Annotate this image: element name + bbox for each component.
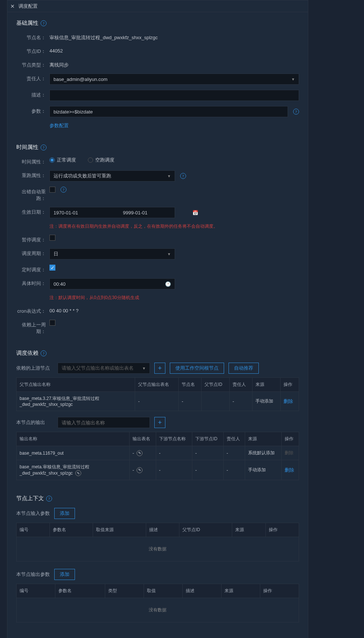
radio-dry-label: 空跑调度 (95, 157, 114, 163)
help-icon[interactable]: ? (46, 496, 52, 502)
help-icon[interactable]: ? (61, 187, 66, 193)
upstream-select[interactable]: 请输入父节点输出名称或输出表名▼ (58, 363, 150, 374)
th-action: 操作 (281, 432, 299, 446)
label-cron: cron表达式： (16, 306, 49, 315)
rerun-select[interactable]: 运行成功或失败后皆可重跑▼ (49, 170, 175, 181)
th-down-name: 下游节点名称 (156, 432, 192, 446)
help-icon[interactable]: ? (41, 145, 47, 150)
cell: - (223, 460, 245, 480)
cron-value: 00 40 00 * * ? (49, 306, 299, 313)
output-name-input[interactable] (58, 417, 150, 428)
label-node-type: 节点类型： (16, 60, 49, 68)
th: 编号 (17, 523, 50, 537)
chevron-down-icon: ▼ (167, 252, 171, 256)
upstream-placeholder: 请输入父节点输出名称或输出表名 (62, 365, 134, 371)
label-cycle: 调度周期： (16, 248, 49, 257)
help-icon[interactable]: ? (180, 173, 186, 179)
delete-link[interactable]: 删除 (284, 398, 293, 404)
prev-checkbox[interactable] (49, 320, 55, 326)
th-owner: 责任人 (223, 432, 245, 446)
cell: 系统默认添加 (245, 446, 281, 460)
date-start-input[interactable] (50, 210, 119, 216)
delete-link[interactable]: 删除 (285, 467, 294, 473)
th-output-name: 输出名称 (17, 432, 130, 446)
cell: - (192, 446, 223, 460)
nodata: 没有数据 (17, 598, 299, 622)
edit-icon[interactable]: ✎ (137, 467, 142, 473)
add-out-param-button[interactable]: 添加 (54, 569, 75, 580)
upstream-table: 父节点输出名称 父节点输出表名 节点名 父节点ID 责任人 来源 操作 base… (16, 377, 299, 411)
close-icon[interactable]: ✕ (10, 3, 15, 9)
ctx-out-label: 本节点输出参数 (16, 571, 50, 578)
label-node-id: 节点ID： (16, 46, 49, 55)
label-timer: 定时调度： (16, 265, 49, 273)
help-icon[interactable]: ? (293, 109, 299, 115)
nodata: 没有数据 (17, 537, 299, 561)
help-icon[interactable]: ? (41, 350, 47, 356)
date-end-input[interactable] (119, 210, 189, 216)
label-prev: 依赖上一周期： (16, 320, 49, 335)
add-output-button[interactable]: + (154, 417, 165, 428)
label-pause: 暂停调度： (16, 235, 49, 243)
label-effective: 生效日期： (16, 207, 49, 216)
cell: 手动添加 (245, 460, 281, 480)
label-rerun: 重跑属性： (16, 170, 49, 179)
label-time-attr: 时间属性： (16, 157, 49, 165)
auto-recommend-button[interactable]: 自动推荐 (229, 363, 259, 374)
deps-section-title: 调度依赖 (16, 350, 38, 357)
clock-icon: 🕐 (161, 281, 175, 287)
label-desc: 描述： (16, 90, 49, 98)
cell (202, 392, 230, 411)
add-in-param-button[interactable]: 添加 (54, 508, 75, 519)
th: 父节点ID (179, 523, 232, 537)
th-action: 操作 (280, 378, 299, 392)
radio-normal[interactable]: 正常调度 (49, 157, 76, 163)
th-parent-output: 父节点输出名称 (17, 378, 135, 392)
param-input[interactable] (49, 106, 288, 117)
label-param: 参数： (16, 106, 49, 115)
autoretry-checkbox[interactable] (49, 187, 55, 193)
th-owner: 责任人 (229, 378, 252, 392)
param-config-link[interactable]: 参数配置 (49, 122, 69, 129)
out-param-table: 编号 参数名 类型 取值 描述 来源 操作 没有数据 (16, 584, 299, 622)
use-root-button[interactable]: 使用工作空间根节点 (170, 363, 224, 374)
radio-dry[interactable]: 空跑调度 (88, 157, 114, 163)
pause-checkbox[interactable] (49, 235, 55, 241)
cell: - (179, 392, 202, 411)
owner-select[interactable]: base_admin@aliyun.com▼ (49, 74, 299, 85)
help-icon[interactable]: ? (41, 20, 47, 26)
th: 操作 (260, 584, 299, 598)
label-node-name: 节点名： (16, 33, 49, 41)
th: 操作 (265, 523, 299, 537)
th: 描述 (146, 523, 179, 537)
add-upstream-button[interactable]: + (154, 363, 165, 374)
specific-time-value[interactable] (50, 281, 119, 287)
timer-checkbox[interactable]: ✓ (49, 265, 55, 271)
ctx-section-title: 节点上下文 (16, 495, 44, 502)
desc-input[interactable] (49, 90, 299, 101)
radio-normal-label: 正常调度 (57, 157, 76, 163)
cycle-select[interactable]: 日▼ (49, 248, 175, 259)
th-source: 来源 (245, 432, 281, 446)
node-type-value: 离线同步 (49, 60, 299, 68)
cell: base_meta.11679_out (17, 446, 130, 460)
cell: - (192, 460, 223, 480)
cell: - (156, 446, 192, 460)
th-parent-table: 父节点输出表名 (135, 378, 179, 392)
edit-icon[interactable]: ✎ (75, 470, 81, 476)
th-node-name: 节点名 (179, 378, 202, 392)
cycle-value: 日 (54, 251, 58, 257)
th: 来源 (232, 523, 265, 537)
date-range-input[interactable]: 📅 (49, 207, 175, 218)
panel-header: ✕ 调度配置 (7, 0, 308, 12)
panel-title: 调度配置 (18, 3, 38, 10)
label-specific: 具体时间： (16, 278, 49, 287)
output-table: 输出名称 输出表名 下游节点名称 下游节点ID 责任人 来源 操作 base_m… (16, 432, 299, 480)
table-row: base_meta.3.27.审核信息_审批流转过程_dwd_pwxkfz_sh… (17, 392, 299, 411)
in-param-table: 编号 参数名 取值来源 描述 父节点ID 来源 操作 没有数据 (16, 523, 299, 561)
th: 编号 (17, 584, 55, 598)
edit-icon[interactable]: ✎ (137, 450, 142, 456)
table-row: base_meta.审核信息_审批流转过程_dwd_pwxkfz_shxx_sp… (17, 460, 299, 480)
specific-time-input[interactable]: 🕐 (49, 278, 175, 289)
node-id-value: 44052 (49, 46, 299, 54)
